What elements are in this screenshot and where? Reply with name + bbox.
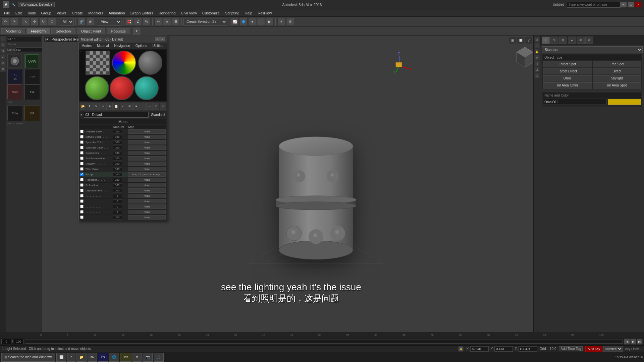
mat-ball-red[interactable] xyxy=(110,76,134,100)
rp-tab-utilities[interactable]: ⚙ xyxy=(585,37,593,44)
menu-views[interactable]: Views xyxy=(54,10,69,16)
maps-amount-input-15[interactable] xyxy=(113,210,122,214)
maps-amount-input-8[interactable] xyxy=(113,173,122,177)
mat-editor-close[interactable]: × xyxy=(160,37,165,41)
remove-material-btn[interactable]: ✂ xyxy=(100,103,106,110)
maps-amount-input-9[interactable] xyxy=(113,178,122,182)
delete-material-btn[interactable]: ✕ xyxy=(93,103,100,110)
timeline-track[interactable] xyxy=(25,340,623,344)
task-view-btn[interactable]: ⬜ xyxy=(56,353,66,362)
menu-group[interactable]: Group xyxy=(38,10,54,16)
search-input[interactable] xyxy=(567,2,621,8)
rp-color-swatch[interactable] xyxy=(608,99,641,105)
mat-ball-teal[interactable] xyxy=(135,76,159,100)
menu-animation[interactable]: Animation xyxy=(106,10,128,16)
assign-btn[interactable]: ✓ xyxy=(120,103,126,110)
x-input[interactable] xyxy=(470,346,489,352)
maps-map-btn-6[interactable]: None xyxy=(128,162,166,166)
maps-checkbox-0[interactable] xyxy=(80,130,84,133)
maps-amount-input-11[interactable] xyxy=(113,189,122,193)
start-button[interactable]: ⊞ Search the web and Windows xyxy=(1,353,55,362)
link-button[interactable]: 🔗 xyxy=(77,18,86,26)
mat-editor-minimize[interactable]: − xyxy=(155,37,160,41)
get-material-btn[interactable]: 📂 xyxy=(80,103,86,110)
play-btn[interactable]: ▶ xyxy=(630,339,636,345)
go-forward-btn[interactable]: → xyxy=(146,103,153,110)
rp-btn-target-spot[interactable]: Target Spot xyxy=(543,61,592,67)
me-material[interactable]: Material xyxy=(94,43,112,48)
me-options[interactable]: Options xyxy=(133,43,150,48)
maps-checkbox-11[interactable] xyxy=(80,189,84,192)
maps-checkbox-5[interactable] xyxy=(80,157,84,160)
maps-map-btn-2[interactable]: None xyxy=(128,140,166,144)
maps-amount-input-1[interactable] xyxy=(113,135,122,139)
hierarchy-panel-btn[interactable]: ⊞ xyxy=(0,48,6,54)
percent-snap[interactable]: % xyxy=(143,18,151,26)
viewport-icon-3[interactable]: ? xyxy=(525,37,532,44)
rp-btn-skylight[interactable]: Skylight xyxy=(593,75,642,81)
rp-btn-omni[interactable]: Omni xyxy=(543,75,592,81)
scale-button[interactable]: ⊡ xyxy=(48,18,56,26)
maps-map-btn-7[interactable]: None xyxy=(128,167,166,171)
maximize-button[interactable]: □ xyxy=(628,2,634,7)
tab-object-paint[interactable]: Object Paint xyxy=(77,28,106,34)
lock-btn[interactable]: 🔒 xyxy=(458,346,464,352)
maps-amount-input-7[interactable] xyxy=(113,167,122,171)
close-button[interactable]: × xyxy=(635,2,641,7)
maps-map-btn-9[interactable]: None xyxy=(128,178,166,182)
maps-map-btn-15[interactable]: None xyxy=(128,210,166,214)
viewport-icon-2[interactable]: 🔲 xyxy=(517,37,524,44)
start-frame-input[interactable] xyxy=(1,339,11,344)
rp-btn-mr-area-spot[interactable]: mr Area Spot xyxy=(593,82,642,88)
maps-amount-input-2[interactable] xyxy=(113,140,122,144)
render-button[interactable]: ▶ xyxy=(266,18,274,26)
rp-tab-display[interactable]: 👁 xyxy=(577,37,585,44)
maps-map-btn-4[interactable]: None xyxy=(128,151,166,155)
mirror-button[interactable]: ⇔ xyxy=(154,18,162,26)
redo-button[interactable]: ↷ xyxy=(10,18,18,26)
rp-btn-target-direct[interactable]: Target Direct xyxy=(543,68,592,74)
maps-checkbox-10[interactable] xyxy=(80,183,84,187)
rp-standard-dropdown[interactable]: Standard xyxy=(542,46,643,53)
rp-btn-free-direct[interactable]: Direct xyxy=(593,68,642,74)
asset-item-4[interactable]: UVA xyxy=(24,69,39,84)
menu-rendering[interactable]: Rendering xyxy=(156,10,178,16)
orbit-btn[interactable]: ↻ xyxy=(534,55,540,60)
workspace-dropdown[interactable]: Workspace: Default ▾ xyxy=(18,2,55,7)
store-btn[interactable]: 🛍 xyxy=(88,353,97,362)
menu-customize[interactable]: Customize xyxy=(200,10,222,16)
select-button[interactable]: ↖ xyxy=(22,18,30,26)
rotate-button[interactable]: ↻ xyxy=(39,18,47,26)
other3-btn[interactable]: 🎵 xyxy=(154,353,164,362)
material-editor-btn[interactable]: ● xyxy=(248,18,256,26)
3dsmax-btn[interactable]: 3ds xyxy=(120,353,131,362)
field-of-view-btn[interactable]: ◻ xyxy=(534,61,540,66)
y-input[interactable] xyxy=(494,346,513,352)
background-btn[interactable]: □ xyxy=(153,103,159,110)
explorer-btn[interactable]: 📁 xyxy=(76,353,87,362)
maps-amount-input-0[interactable] xyxy=(113,130,122,134)
menu-help[interactable]: Help xyxy=(242,10,255,16)
go-parent-btn[interactable]: ↑ xyxy=(140,103,146,110)
angle-snap[interactable]: ∠ xyxy=(134,18,142,26)
extra2[interactable]: ⚙ xyxy=(286,18,294,26)
curve-editor[interactable]: 📈 xyxy=(231,18,239,26)
maps-checkbox-8[interactable] xyxy=(80,173,84,176)
show-realistic-btn[interactable]: ■ xyxy=(133,103,140,110)
menu-create[interactable]: Create xyxy=(69,10,86,16)
next-frame-btn[interactable]: ▶| xyxy=(637,339,643,345)
maps-checkbox-14[interactable] xyxy=(80,205,84,208)
asset-item-2[interactable]: UVW xyxy=(24,54,39,68)
min-max-btn[interactable]: □ xyxy=(534,73,540,78)
mat-name-input[interactable] xyxy=(84,112,149,118)
copy-material-btn[interactable]: ⊕ xyxy=(106,103,113,110)
menu-modifiers[interactable]: Modifiers xyxy=(86,10,106,16)
maps-checkbox-4[interactable] xyxy=(80,151,84,155)
schematic-view[interactable]: 🔷 xyxy=(239,18,248,26)
rp-name-input[interactable] xyxy=(543,99,606,105)
layer-manager[interactable]: ☰ xyxy=(172,18,180,26)
rp-tab-create[interactable]: + xyxy=(542,37,550,44)
maps-amount-input-12[interactable] xyxy=(113,194,122,198)
maps-map-btn-3[interactable]: None xyxy=(128,145,166,150)
maps-checkbox-13[interactable] xyxy=(80,199,84,203)
